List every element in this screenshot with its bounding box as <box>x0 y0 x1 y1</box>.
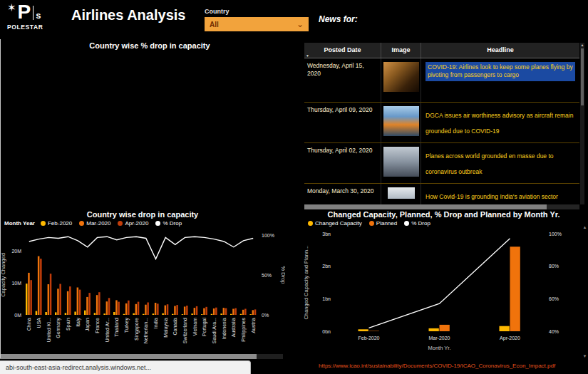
legend-dot <box>41 221 46 226</box>
scroll-down-icon[interactable]: ▼ <box>583 354 587 359</box>
svg-text:Changed Capacity and Plann...: Changed Capacity and Plann... <box>303 246 309 320</box>
source-link[interactable]: https://www.icao.int/sustainability/Docu… <box>319 363 555 369</box>
logo-letter-s: s <box>36 10 41 21</box>
column-posted-date[interactable]: Posted Date ▼ <box>304 43 381 58</box>
news-headline-cell: How Covid-19 is grounding India's aviati… <box>421 184 579 204</box>
legend-item--drop[interactable]: % Drop <box>404 220 430 227</box>
news-image <box>383 147 419 177</box>
svg-text:USA: USA <box>36 318 41 328</box>
map-title: Country wise % drop in capacity <box>0 39 299 50</box>
legend-title: Month Year <box>4 220 35 227</box>
country-drop-chart: Country wise drop in capacity Month Year… <box>0 208 285 355</box>
news-image-cell <box>381 184 421 204</box>
scrollbar-thumb[interactable] <box>0 354 257 359</box>
legend-item-changed-capacity[interactable]: Changed Capacity <box>308 220 362 227</box>
svg-text:Switzerland: Switzerland <box>182 318 187 343</box>
legend-dot <box>118 221 123 226</box>
news-row[interactable]: Wednesday, April 15, 2020 COVID-19: Airl… <box>304 58 579 103</box>
country-dropdown-value: All <box>210 21 219 28</box>
svg-text:Italy: Italy <box>76 318 81 327</box>
chevron-down-icon: ⌄ <box>296 21 304 27</box>
news-posted-date: Wednesday, April 15, 2020 <box>304 58 381 102</box>
news-headline[interactable]: COVID-19: Airlines look to keep some pla… <box>425 62 575 81</box>
svg-text:0M: 0M <box>14 313 21 318</box>
svg-text:% Drop: % Drop <box>280 266 285 284</box>
legend-dot <box>79 221 84 226</box>
svg-text:2bn: 2bn <box>322 264 331 269</box>
svg-text:Feb-2020: Feb-2020 <box>359 336 380 341</box>
svg-text:0%: 0% <box>262 313 269 318</box>
left-edge-divider <box>0 39 1 358</box>
month-capacity-chart-plot[interactable]: 0bn1bn2bn3bn40%60%80%100%Feb-2020Mar-202… <box>299 228 588 359</box>
news-posted-date: Thursday, April 02, 2020 <box>304 143 381 183</box>
svg-text:10M: 10M <box>11 281 21 286</box>
logo-letter-p: P <box>18 3 31 21</box>
country-drop-chart-title: Country wise drop in capacity <box>0 208 285 219</box>
month-capacity-chart-title: Changed Capacity, Planned, % Drop and Pl… <box>299 208 588 219</box>
legend-item-apr-2020[interactable]: Apr-2020 <box>118 220 148 227</box>
news-headline[interactable]: Planes across world grounded en masse du… <box>425 152 554 175</box>
news-posted-date: Monday, March 30, 2020 <box>304 184 381 204</box>
svg-text:Capacity Changed: Capacity Changed <box>0 253 6 297</box>
legend-item-mar-2020[interactable]: Mar-2020 <box>79 220 110 227</box>
legend-item-feb-2020[interactable]: Feb-2020 <box>41 220 72 227</box>
news-row[interactable]: Monday, March 30, 2020 How Covid-19 is g… <box>304 184 579 204</box>
star-icon: ✶ <box>7 3 16 13</box>
svg-text:3bn: 3bn <box>322 232 331 237</box>
news-row[interactable]: Thursday, April 02, 2020 Planes across w… <box>304 143 579 184</box>
country-drop-chart-plot[interactable]: 0M10M20M0%50%100%ChinaUSAUnited Ki...Ger… <box>0 228 285 353</box>
svg-text:Philippines: Philippines <box>241 318 247 342</box>
svg-text:Spain: Spain <box>66 318 71 331</box>
news-for-label: News for: <box>319 14 358 24</box>
svg-text:Vietnam: Vietnam <box>192 318 197 336</box>
svg-text:United Ki...: United Ki... <box>46 318 51 342</box>
svg-text:Malaysia: Malaysia <box>163 318 169 338</box>
svg-text:Japan: Japan <box>85 318 91 331</box>
news-image-cell <box>381 143 421 183</box>
column-image[interactable]: Image <box>381 43 421 58</box>
page-title: Airlines Analysis <box>71 7 185 24</box>
legend-item--drop[interactable]: % Drop <box>155 220 182 227</box>
svg-text:Apr-2020: Apr-2020 <box>500 336 520 341</box>
logo-mark: ✶ P s <box>7 3 57 21</box>
country-filter-label: Country <box>205 8 309 15</box>
svg-text:Mar-2020: Mar-2020 <box>429 336 450 341</box>
svg-text:Month Yr.: Month Yr. <box>428 345 451 351</box>
svg-text:100%: 100% <box>549 232 562 237</box>
svg-text:40%: 40% <box>549 329 559 334</box>
column-posted-date-label: Posted Date <box>324 46 361 53</box>
scrollbar-thumb[interactable] <box>581 48 584 105</box>
svg-text:1bn: 1bn <box>322 296 331 301</box>
news-row[interactable]: Thursday, April 09, 2020 DGCA issues air… <box>304 103 579 143</box>
news-headline[interactable]: How Covid-19 is grounding India's aviati… <box>425 193 558 200</box>
scroll-up-icon[interactable]: ▲ <box>580 43 584 48</box>
legend-dot <box>308 221 313 226</box>
sort-descending-icon[interactable]: ▼ <box>306 53 309 58</box>
news-headline[interactable]: DGCA issues air worthiness advisory as a… <box>425 112 573 135</box>
month-capacity-chart: Changed Capacity, Planned, % Drop and Pl… <box>299 208 588 360</box>
capacity-map-visual[interactable]: Country wise % drop in capacity <box>0 39 299 204</box>
svg-text:20M: 20M <box>11 249 21 254</box>
news-headline-cell: DGCA issues air worthiness advisory as a… <box>421 103 579 142</box>
page-vertical-scrollbar[interactable]: ▲ ▼ <box>582 225 587 359</box>
legend-dot <box>369 221 374 226</box>
column-headline[interactable]: Headline <box>421 43 579 58</box>
legend-item-planned[interactable]: Planned <box>369 220 397 227</box>
svg-text:France: France <box>95 318 100 333</box>
news-table: Posted Date ▼ Image Headline Wednesday, … <box>304 43 579 204</box>
news-image <box>383 106 419 136</box>
news-headline-cell: COVID-19: Airlines look to keep some pla… <box>421 58 579 102</box>
scroll-up-icon[interactable]: ▲ <box>583 225 587 230</box>
svg-text:Turkey: Turkey <box>124 318 130 333</box>
svg-text:Singapore: Singapore <box>134 318 140 341</box>
news-posted-date: Thursday, April 09, 2020 <box>304 103 381 142</box>
news-vertical-scrollbar[interactable]: ▲ <box>580 43 584 204</box>
country-dropdown[interactable]: All ⌄ <box>205 17 309 31</box>
svg-text:Canada: Canada <box>172 318 177 336</box>
left-horizontal-scrollbar[interactable] <box>0 354 283 359</box>
svg-text:50%: 50% <box>262 273 272 278</box>
svg-text:60%: 60% <box>549 296 559 301</box>
svg-text:Portugal: Portugal <box>202 318 207 337</box>
country-drop-chart-legend: Month Year Feb-2020Mar-2020Apr-2020% Dro… <box>0 219 285 228</box>
legend-dot <box>155 221 160 226</box>
